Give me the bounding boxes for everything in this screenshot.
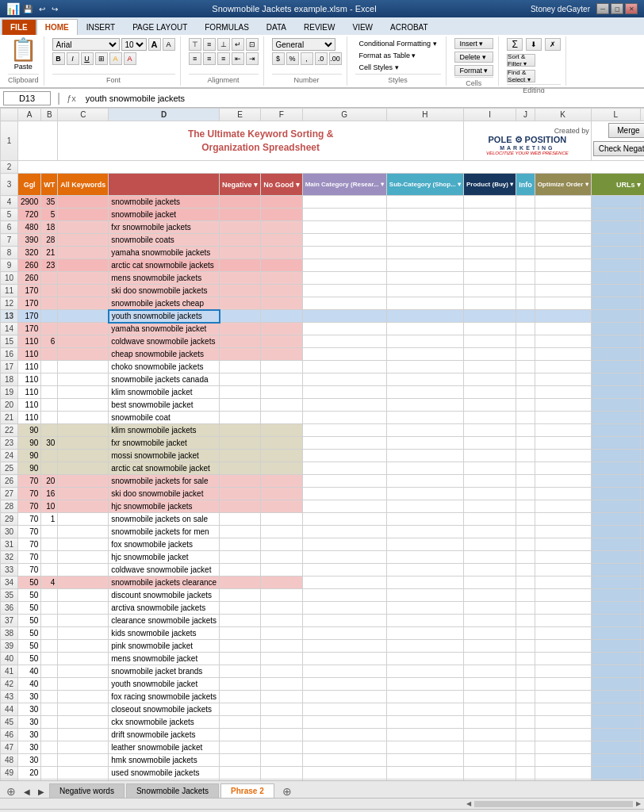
header-product[interactable]: Product (Buy) ▾ [464, 174, 516, 196]
align-middle-button[interactable]: ≡ [203, 38, 216, 51]
underline-button[interactable]: U [81, 52, 94, 65]
sheet-tab-negative-words[interactable]: Negative words [49, 783, 125, 798]
quick-save-icon[interactable]: 💾 [23, 5, 33, 13]
sheet-tab-snowmobile-jackets[interactable]: Snowmobile Jackets [126, 783, 219, 798]
border-button[interactable]: ⊞ [95, 52, 108, 65]
align-right-button[interactable]: ≡ [217, 52, 230, 65]
decrease-decimal-button[interactable]: .0 [315, 52, 328, 65]
decrease-font-button[interactable]: A [163, 38, 175, 51]
cells-group-label: Cells [454, 77, 494, 87]
tab-formulas[interactable]: FORMULAS [196, 19, 258, 35]
italic-button[interactable]: I [67, 52, 79, 65]
scroll-thumb[interactable] [474, 801, 633, 807]
header-all-keywords-d[interactable] [109, 174, 220, 196]
header-negative[interactable]: Negative ▾ [220, 174, 261, 196]
sort-filter-button[interactable]: Sort & Filter ▾ [507, 54, 535, 67]
tab-page-layout[interactable]: PAGE LAYOUT [124, 19, 196, 35]
wrap-text-button[interactable]: ↵ [232, 38, 244, 51]
col-header-h[interactable]: H [386, 109, 463, 121]
col-header-d[interactable]: D [109, 109, 220, 121]
restore-button[interactable]: ◻ [611, 3, 623, 14]
comma-button[interactable]: , [301, 52, 313, 65]
align-center-button[interactable]: ≡ [203, 52, 216, 65]
number-format-select[interactable]: General [272, 38, 335, 51]
tab-file[interactable]: FILE [2, 19, 36, 35]
currency-button[interactable]: $ [272, 52, 285, 65]
delete-button[interactable]: Delete ▾ [454, 52, 494, 63]
col-header-b[interactable]: B [41, 109, 58, 121]
col-header-m[interactable]: M [641, 109, 645, 121]
align-left-button[interactable]: ≡ [189, 52, 201, 65]
align-top-button[interactable]: ⊤ [189, 38, 201, 51]
selected-cell-d13[interactable]: youth snowmobile jackets [109, 310, 220, 323]
font-size-select[interactable]: 10 [121, 38, 147, 51]
col-header-i[interactable]: I [464, 109, 516, 121]
add-sheet-plus-button[interactable]: ⊕ [279, 785, 295, 798]
sheet-nav-next[interactable]: ▶ [35, 787, 48, 796]
header-main-category[interactable]: Main Category (Resear... ▾ [302, 174, 386, 196]
col-header-a[interactable]: A [18, 109, 41, 121]
tab-acrobat[interactable]: ACROBAT [381, 19, 437, 35]
header-sub-category[interactable]: Sub-Category (Shop... ▾ [386, 174, 463, 196]
col-header-f[interactable]: F [261, 109, 303, 121]
conditional-formatting-button[interactable]: Conditional Formatting ▾ [355, 38, 441, 49]
header-info[interactable]: Info [516, 174, 535, 196]
col-header-k[interactable]: K [535, 109, 591, 121]
increase-indent-button[interactable]: ⇥ [246, 52, 259, 65]
add-sheet-button[interactable]: ⊕ [3, 785, 19, 798]
header-no-good[interactable]: No Good ▾ [261, 174, 303, 196]
format-button[interactable]: Format ▾ [454, 65, 494, 76]
sheet-tab-phrase-2[interactable]: Phrase 2 [220, 783, 274, 798]
scroll-right-button[interactable]: ▶ [636, 800, 641, 807]
fill-color-button[interactable]: A [109, 52, 122, 65]
find-select-button[interactable]: Find & Select ▾ [507, 70, 535, 82]
tab-insert[interactable]: INSERT [78, 19, 125, 35]
percent-button[interactable]: % [286, 52, 299, 65]
scroll-left-button[interactable]: ◀ [466, 800, 471, 807]
cell-styles-button[interactable]: Cell Styles ▾ [355, 62, 441, 73]
font-color-button[interactable]: A [124, 52, 136, 65]
paste-button[interactable]: 📋 Paste Clipboard [3, 36, 44, 86]
col-header-g[interactable]: G [302, 109, 386, 121]
tab-home[interactable]: HOME [36, 19, 78, 35]
header-wt[interactable]: WT [41, 174, 58, 196]
table-row: 26 70 20 snowmobile jackets for sale [1, 475, 645, 488]
table-row: 7 390 28 snowmobile coats [1, 234, 645, 247]
increase-decimal-button[interactable]: .00 [329, 52, 342, 65]
table-row: 4 2900 35 snowmobile jackets [1, 196, 645, 209]
minimize-button[interactable]: ─ [596, 3, 609, 14]
tab-review[interactable]: REVIEW [295, 19, 343, 35]
tab-data[interactable]: DATA [258, 19, 295, 35]
col-header-c[interactable]: C [58, 109, 109, 121]
col-header-e[interactable]: E [220, 109, 261, 121]
tab-view[interactable]: VIEW [343, 19, 381, 35]
increase-font-button[interactable]: A [148, 38, 161, 51]
header-urls[interactable]: URLs ▾ [591, 174, 644, 196]
check-negatives-button[interactable]: Check Negatives [593, 141, 644, 156]
merge-cells-button[interactable]: ⊡ [246, 38, 259, 51]
fill-button[interactable]: ⬇ [526, 38, 542, 51]
sum-button[interactable]: Σ [507, 38, 523, 51]
format-as-table-button[interactable]: Format as Table ▾ [355, 50, 441, 61]
table-row: 16 110 cheap snowmobile jackets [1, 348, 645, 361]
col-header-j[interactable]: J [516, 109, 535, 121]
col-header-l[interactable]: L [591, 109, 640, 121]
formula-input[interactable] [82, 93, 641, 104]
decrease-indent-button[interactable]: ⇤ [232, 52, 244, 65]
insert-button[interactable]: Insert ▾ [454, 38, 494, 49]
sheet-nav-prev[interactable]: ◀ [21, 787, 33, 796]
header-optimize-order[interactable]: Optimize Order ▾ [535, 174, 591, 196]
quick-redo-icon[interactable]: ↪ [52, 5, 58, 13]
bold-button[interactable]: B [52, 52, 65, 65]
header-all-keywords[interactable]: All Keywords [58, 174, 109, 196]
quick-undo-icon[interactable]: ↩ [39, 5, 45, 13]
align-bottom-button[interactable]: ⊥ [217, 38, 230, 51]
header-ggl[interactable]: Ggl [18, 174, 41, 196]
table-row: 21 110 snowmobile coat [1, 412, 645, 424]
merge-button[interactable]: Merge [608, 123, 644, 138]
close-button[interactable]: ✕ [625, 3, 638, 14]
font-select[interactable]: Arial [52, 38, 120, 51]
clear-button[interactable]: ✗ [545, 38, 561, 51]
cell-reference-input[interactable] [3, 91, 51, 105]
horizontal-scrollbar[interactable]: ◀ ▶ [0, 798, 644, 809]
